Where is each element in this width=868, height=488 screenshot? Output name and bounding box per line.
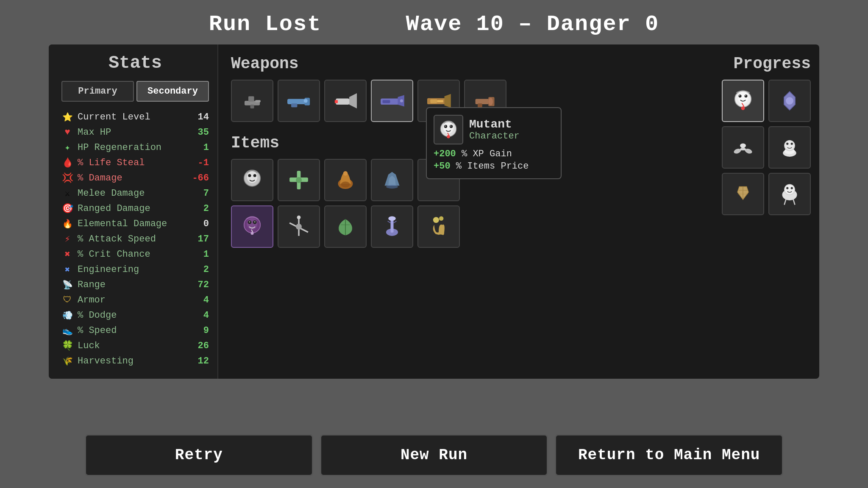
item-slot-7[interactable]: [278, 205, 320, 248]
stat-val-level: 14: [192, 112, 209, 122]
item-slot-3[interactable]: [324, 159, 367, 201]
stat-melee: ⚔ Melee Damage 7: [61, 187, 209, 199]
progress-slot-mutant[interactable]: [722, 80, 764, 122]
svg-rect-1: [248, 96, 254, 102]
hpregen-icon: ✦: [61, 141, 73, 153]
svg-point-45: [297, 216, 301, 219]
stats-title: Stats: [61, 53, 209, 73]
luck-icon: 🍀: [61, 340, 73, 352]
svg-point-7: [304, 99, 308, 103]
item-slot-10[interactable]: [417, 205, 460, 248]
stat-luck: 🍀 Luck 26: [61, 340, 209, 352]
item-slot-6[interactable]: [231, 205, 273, 248]
stat-armor: 🛡 Armor 4: [61, 294, 209, 306]
svg-line-83: [785, 200, 786, 204]
tooltip-items-price: +50 % Items Price: [434, 161, 554, 172]
new-run-button[interactable]: New Run: [320, 434, 548, 476]
tooltip-stats: +200 % XP Gain +50 % Items Price: [434, 149, 554, 172]
stat-dodge: 💨 % Dodge 4: [61, 309, 209, 321]
stat-name-armor: Armor: [78, 295, 188, 305]
tooltip-character-type: Character: [469, 131, 520, 141]
svg-rect-18: [437, 100, 443, 102]
svg-rect-2: [255, 100, 261, 102]
stat-val-dodge: 4: [192, 310, 209, 321]
progress-slot-2[interactable]: [768, 80, 811, 122]
stat-hp-regen: ✦ HP Regeneration 1: [61, 141, 209, 153]
svg-rect-3: [250, 105, 254, 108]
stat-current-level: ⭐ Current Level 14: [61, 111, 209, 123]
stat-val-luck: 26: [192, 341, 209, 351]
tooltip-character-name: Mutant: [469, 118, 520, 131]
stat-name-maxhp: Max HP: [78, 127, 188, 138]
svg-line-84: [793, 200, 795, 204]
weapon-slot-2[interactable]: [278, 80, 320, 122]
svg-point-75: [791, 143, 793, 145]
stat-ranged: 🎯 Ranged Damage 2: [61, 202, 209, 214]
stat-val-elemental: 0: [192, 219, 209, 229]
stat-val-engineering: 2: [192, 264, 209, 275]
item-slot-4[interactable]: [371, 159, 413, 201]
center-panel: Weapons: [218, 44, 675, 379]
stat-val-maxhp: 35: [192, 127, 209, 138]
progress-slot-3[interactable]: [722, 126, 764, 169]
svg-point-39: [254, 221, 256, 223]
tab-primary[interactable]: Primary: [61, 81, 134, 102]
progress-slot-5[interactable]: [722, 173, 764, 215]
item-slot-8[interactable]: [324, 205, 367, 248]
melee-icon: ⚔: [61, 187, 73, 199]
crit-icon: ✖: [61, 248, 73, 260]
stat-val-crit: 1: [192, 249, 209, 260]
stat-name-engineering: Engineering: [78, 264, 188, 275]
stat-elemental: 🔥 Elemental Damage 0: [61, 218, 209, 230]
stat-damage: 💢 % Damage -66: [61, 172, 209, 184]
svg-rect-47: [391, 219, 394, 233]
svg-point-41: [251, 232, 254, 235]
progress-panel: Progress: [675, 44, 819, 379]
svg-marker-9: [349, 93, 357, 108]
stat-name-ranged: Ranged Damage: [78, 203, 188, 214]
item-slot-9[interactable]: [371, 205, 413, 248]
svg-rect-6: [291, 103, 297, 107]
item-slot-1[interactable]: [231, 159, 273, 201]
progress-slot-6[interactable]: [768, 173, 811, 215]
svg-point-81: [786, 187, 788, 189]
svg-point-48: [388, 216, 396, 221]
svg-point-60: [738, 92, 748, 104]
stat-name-hpregen: HP Regeneration: [78, 142, 188, 153]
item-slot-2[interactable]: [278, 159, 320, 201]
stat-crit: ✖ % Crit Chance 1: [61, 248, 209, 260]
retry-button[interactable]: Retry: [85, 434, 313, 476]
svg-point-66: [741, 106, 745, 110]
stat-name-damage: % Damage: [78, 173, 188, 183]
stat-name-attackspeed: % Attack Speed: [78, 234, 188, 244]
weapon-slot-3[interactable]: [324, 80, 367, 122]
return-to-main-menu-button[interactable]: Return to Main Menu: [555, 434, 783, 476]
elemental-icon: 🔥: [61, 218, 73, 230]
stat-val-ranged: 2: [192, 203, 209, 214]
svg-point-64: [745, 95, 746, 96]
tab-secondary[interactable]: Secondary: [136, 81, 209, 102]
stat-name-crit: % Crit Chance: [78, 249, 188, 260]
stat-name-level: Current Level: [78, 112, 188, 122]
tooltip-info: Mutant Character: [469, 118, 520, 141]
svg-point-50: [439, 216, 444, 221]
stat-life-steal: 🩸 % Life Steal -1: [61, 157, 209, 169]
svg-point-38: [249, 221, 250, 223]
bottom-bar: Retry New Run Return to Main Menu: [0, 422, 868, 488]
harvesting-icon: 🌾: [61, 355, 73, 367]
weapon-slot-4[interactable]: [371, 80, 413, 122]
svg-point-22: [488, 98, 493, 105]
damage-icon: 💢: [61, 172, 73, 184]
svg-point-25: [248, 174, 251, 177]
engineering-icon: ✖: [61, 263, 73, 275]
stat-val-range: 72: [192, 280, 209, 290]
svg-marker-16: [445, 94, 451, 108]
weapon-slot-1[interactable]: [231, 80, 273, 122]
tooltip-xp-gain: +200 % XP Gain: [434, 149, 554, 159]
svg-point-74: [786, 143, 788, 145]
armor-icon: 🛡: [61, 294, 73, 306]
stat-val-speed: 9: [192, 325, 209, 336]
progress-slot-4[interactable]: [768, 126, 811, 169]
svg-point-26: [253, 174, 256, 177]
svg-point-56: [450, 125, 451, 127]
